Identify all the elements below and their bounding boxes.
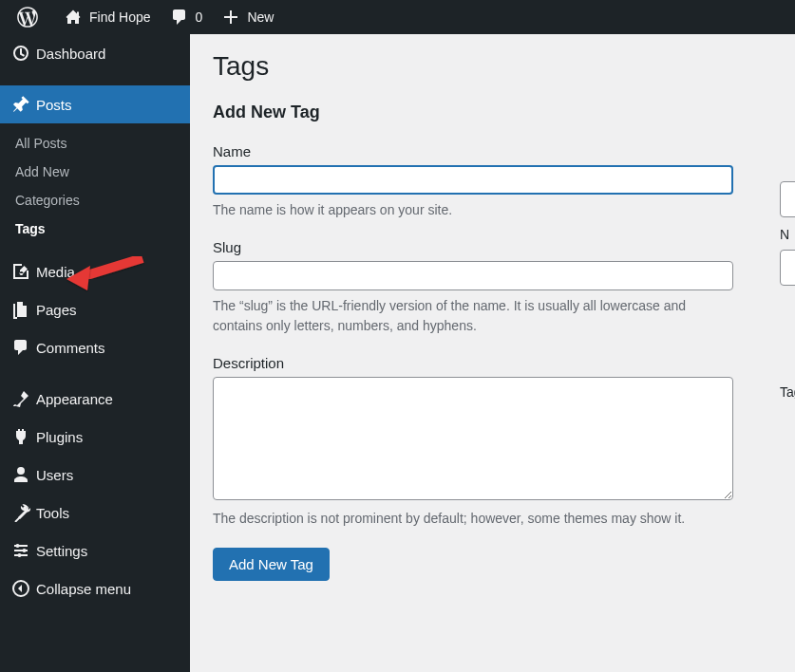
- plus-icon: [221, 8, 240, 27]
- description-help: The description is not prominent by defa…: [213, 509, 733, 529]
- user-icon: [11, 465, 36, 484]
- select-box-clipped[interactable]: [780, 250, 795, 286]
- new-link[interactable]: New: [212, 0, 283, 34]
- brush-icon: [11, 389, 36, 408]
- plug-icon: [11, 427, 36, 446]
- new-label: New: [247, 9, 274, 25]
- sidebar-collapse[interactable]: Collapse menu: [0, 569, 190, 607]
- collapse-icon: [11, 579, 36, 598]
- sidebar-item-label: Dashboard: [36, 46, 105, 62]
- field-slug: Slug The “slug” is the URL-friendly vers…: [213, 239, 772, 336]
- page-title: Tags: [213, 51, 772, 82]
- sidebar-item-label: Media: [36, 264, 75, 280]
- site-name: Find Hope: [89, 9, 151, 25]
- pin-icon: [11, 95, 36, 114]
- svg-point-0: [16, 544, 20, 548]
- name-help: The name is how it appears on your site.: [213, 200, 733, 220]
- sidebar-item-comments[interactable]: Comments: [0, 328, 190, 366]
- right-label-tag: Tag: [780, 384, 795, 400]
- sliders-icon: [11, 541, 36, 560]
- wp-logo[interactable]: [8, 0, 54, 34]
- admin-sidebar: Dashboard Posts All Posts Add New Catego…: [0, 34, 190, 672]
- sidebar-item-plugins[interactable]: Plugins: [0, 418, 190, 456]
- comments-link[interactable]: 0: [161, 0, 213, 34]
- slug-label: Slug: [213, 239, 772, 255]
- sidebar-item-label: Pages: [36, 302, 77, 318]
- sidebar-item-label: Plugins: [36, 429, 83, 445]
- form-heading: Add New Tag: [213, 103, 772, 122]
- sidebar-item-label: Comments: [36, 340, 105, 356]
- site-home-link[interactable]: Find Hope: [54, 0, 161, 34]
- field-name: Name The name is how it appears on your …: [213, 143, 772, 220]
- main-content: Tags Add New Tag Name The name is how it…: [190, 34, 795, 672]
- description-textarea[interactable]: [213, 377, 733, 500]
- field-description: Description The description is not promi…: [213, 355, 772, 529]
- sidebar-item-label: Posts: [36, 97, 72, 113]
- comments-icon: [11, 338, 36, 357]
- wrench-icon: [11, 503, 36, 522]
- sidebar-item-appearance[interactable]: Appearance: [0, 380, 190, 418]
- sidebar-item-media[interactable]: Media: [0, 252, 190, 290]
- pages-icon: [11, 300, 36, 319]
- name-label: Name: [213, 143, 772, 159]
- description-label: Description: [213, 355, 772, 371]
- sidebar-item-label: Collapse menu: [36, 581, 131, 597]
- sidebar-item-posts[interactable]: Posts: [0, 85, 190, 123]
- submenu-categories[interactable]: Categories: [0, 186, 190, 215]
- sidebar-item-tools[interactable]: Tools: [0, 494, 190, 532]
- sidebar-item-settings[interactable]: Settings: [0, 532, 190, 569]
- sidebar-item-label: Tools: [36, 505, 69, 521]
- sidebar-item-label: Appearance: [36, 391, 113, 407]
- submenu-add-new[interactable]: Add New: [0, 158, 190, 186]
- sidebar-item-users[interactable]: Users: [0, 456, 190, 494]
- sidebar-item-label: Settings: [36, 543, 87, 559]
- name-input[interactable]: [213, 165, 733, 195]
- right-column-clipped: N Tag: [780, 181, 795, 403]
- slug-input[interactable]: [213, 261, 733, 290]
- media-icon: [11, 262, 36, 281]
- svg-point-2: [18, 553, 22, 557]
- submenu-tags[interactable]: Tags: [0, 215, 190, 243]
- posts-submenu: All Posts Add New Categories Tags: [0, 123, 190, 252]
- comment-icon: [170, 8, 189, 27]
- svg-point-1: [23, 549, 27, 552]
- search-box-clipped[interactable]: [780, 181, 795, 217]
- add-new-tag-button[interactable]: Add New Tag: [213, 548, 330, 581]
- sidebar-item-pages[interactable]: Pages: [0, 290, 190, 328]
- submenu-all-posts[interactable]: All Posts: [0, 129, 190, 158]
- admin-topbar: Find Hope 0 New: [0, 0, 795, 34]
- dashboard-icon: [11, 44, 36, 63]
- sidebar-item-label: Users: [36, 467, 73, 483]
- right-label-n: N: [780, 227, 795, 242]
- wordpress-icon: [17, 7, 38, 28]
- comments-count: 0: [196, 9, 203, 25]
- sidebar-item-dashboard[interactable]: Dashboard: [0, 34, 190, 72]
- slug-help: The “slug” is the URL-friendly version o…: [213, 296, 733, 336]
- home-icon: [64, 8, 83, 27]
